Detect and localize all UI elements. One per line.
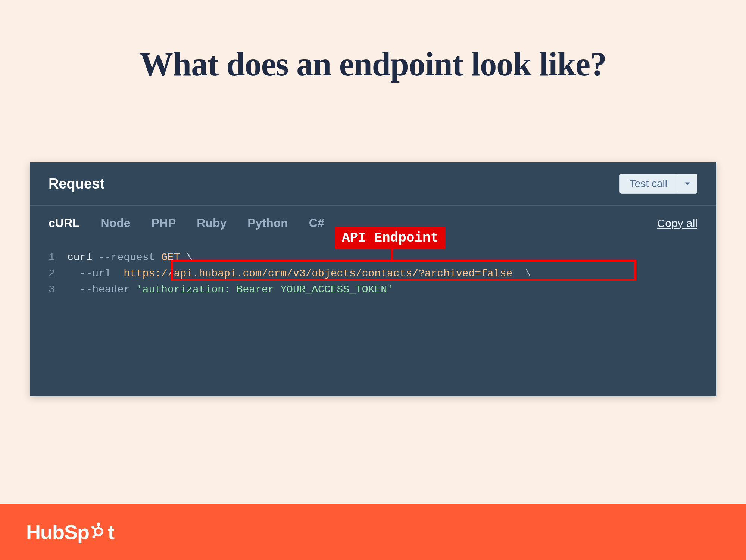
line-number: 2 bbox=[49, 265, 55, 281]
tab-python[interactable]: Python bbox=[247, 216, 288, 230]
footer: HubSpt bbox=[0, 504, 746, 560]
panel-title: Request bbox=[49, 176, 104, 192]
code-token: \ bbox=[525, 268, 531, 279]
code-token: GET bbox=[155, 252, 186, 263]
code-token bbox=[512, 268, 525, 279]
logo-text: Hub bbox=[26, 520, 64, 544]
code-token: curl bbox=[67, 252, 99, 263]
tab-node[interactable]: Node bbox=[101, 216, 131, 230]
code-token: 'authorization: Bearer YOUR_ACCESS_TOKEN… bbox=[130, 284, 393, 295]
request-panel: Request Test call cURL Node PHP Ruby Pyt… bbox=[30, 162, 716, 396]
code-lines: curl --request GET \ --url https://api.h… bbox=[67, 249, 697, 298]
code-token-url: https://api.hubapi.com/crm/v3/objects/co… bbox=[124, 268, 512, 279]
callout-connector bbox=[391, 248, 393, 260]
tab-csharp[interactable]: C# bbox=[309, 216, 324, 230]
code-token bbox=[67, 284, 80, 295]
tab-ruby[interactable]: Ruby bbox=[197, 216, 227, 230]
copy-all-link[interactable]: Copy all bbox=[657, 217, 697, 230]
line-gutter: 1 2 3 bbox=[49, 249, 55, 298]
code-token bbox=[67, 268, 80, 279]
tab-php[interactable]: PHP bbox=[152, 216, 176, 230]
test-call-label: Test call bbox=[620, 174, 677, 193]
panel-header: Request Test call bbox=[30, 162, 716, 206]
chevron-down-icon[interactable] bbox=[677, 174, 697, 193]
code-token: \ bbox=[186, 252, 193, 263]
api-endpoint-callout: API Endpoint bbox=[335, 227, 445, 249]
code-token: --url bbox=[80, 268, 111, 279]
line-number: 3 bbox=[49, 281, 55, 298]
sprocket-icon bbox=[90, 520, 107, 544]
logo-text: t bbox=[108, 520, 114, 544]
hubspot-logo: HubSpt bbox=[26, 520, 114, 544]
line-number: 1 bbox=[49, 249, 55, 265]
code-area: 1 2 3 curl --request GET \ --url https:/… bbox=[30, 238, 716, 396]
test-call-button[interactable]: Test call bbox=[619, 174, 697, 194]
tab-curl[interactable]: cURL bbox=[49, 216, 80, 230]
logo-text: Sp bbox=[64, 520, 89, 544]
svg-line-6 bbox=[94, 534, 96, 536]
code-token: --header bbox=[80, 284, 130, 295]
page-title: What does an endpoint look like? bbox=[0, 45, 746, 83]
code-token bbox=[111, 268, 124, 279]
code-token: --request bbox=[99, 252, 155, 263]
